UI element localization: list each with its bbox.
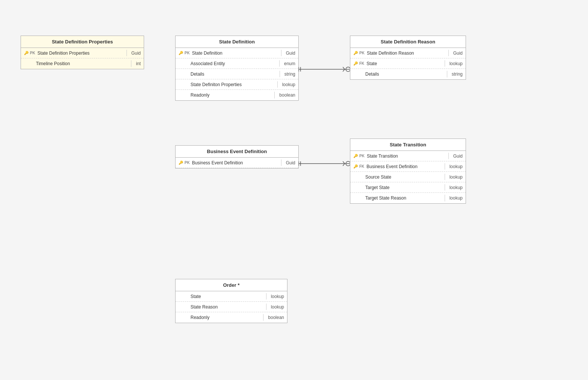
column-divider (263, 314, 263, 321)
key-label: PK (185, 51, 190, 55)
field-name: State Definition Properties (37, 51, 125, 56)
key-label: PK (30, 51, 35, 55)
entity-row: Statelookup (176, 291, 287, 302)
field-type: Guid (453, 51, 463, 56)
field-type: lookup (450, 164, 463, 169)
entity-row: Source Statelookup (350, 172, 466, 182)
entity-row: Associated Entityenum (176, 58, 298, 69)
field-name: Target State (365, 185, 443, 190)
column-divider (131, 60, 131, 67)
field-type: lookup (282, 82, 295, 87)
entity-row: Detailsstring (350, 69, 466, 79)
key-label: PK (185, 161, 190, 165)
column-divider (445, 195, 445, 201)
entity-table-stateDefinitionReason: State Definition Reason🔑PKState Definiti… (350, 36, 466, 80)
entity-row: Target Statelookup (350, 182, 466, 193)
entity-row: 🔑FKStatelookup (350, 58, 466, 69)
svg-line-12 (343, 161, 345, 164)
column-divider (445, 60, 445, 67)
column-divider (127, 50, 127, 56)
field-type: lookup (450, 185, 463, 190)
field-type: boolean (268, 315, 284, 320)
entity-row: Readonlyboolean (176, 312, 287, 323)
field-name: Readonly (191, 92, 273, 98)
key-label: FK (359, 164, 364, 168)
field-name: State Reason (191, 304, 265, 310)
key-label: FK (359, 61, 364, 66)
column-divider (279, 60, 280, 67)
entity-row: 🔑PKState Definition PropertiesGuid (21, 48, 144, 58)
pk-icon: 🔑 (179, 51, 183, 55)
field-name: Business Event Definition (192, 160, 280, 165)
svg-line-5 (343, 67, 345, 69)
field-name: State Definition (192, 51, 280, 56)
column-divider (266, 304, 266, 310)
field-name: Readonly (191, 315, 262, 320)
entity-row: 🔑PKState TransitionGuid (350, 151, 466, 161)
field-type: lookup (271, 294, 284, 299)
column-divider (445, 184, 445, 191)
column-divider (445, 174, 445, 180)
column-divider (277, 81, 278, 88)
field-name: Source State (365, 174, 443, 180)
entity-row: 🔑FKBusiness Event Definitionlookup (350, 161, 466, 172)
field-type: lookup (450, 61, 463, 66)
field-name: State Transition (367, 153, 447, 159)
field-type: boolean (279, 92, 295, 98)
entity-row: State Reasonlookup (176, 302, 287, 312)
field-name: Associated Entity (191, 61, 278, 66)
field-name: State (191, 294, 265, 299)
entity-header-stateTransition: State Transition (350, 139, 466, 151)
field-name: State (366, 61, 443, 66)
entity-table-businessEventDefinition: Business Event Definition🔑PKBusiness Eve… (175, 145, 299, 168)
entity-row: 🔑PKState DefinitionGuid (176, 48, 298, 58)
entity-header-businessEventDefinition: Business Event Definition (176, 146, 298, 158)
field-type: int (136, 61, 141, 66)
field-type: lookup (271, 304, 284, 310)
field-type: Guid (286, 160, 295, 165)
field-name: Timeline Position (36, 61, 130, 66)
field-name: Details (365, 72, 445, 77)
entity-row: Detailsstring (176, 69, 298, 79)
entity-header-order: Order * (176, 279, 287, 291)
column-divider (448, 50, 449, 56)
column-divider (280, 71, 280, 77)
key-label: PK (359, 154, 365, 158)
entity-table-order: Order *StatelookupState ReasonlookupRead… (175, 279, 287, 323)
entity-row: State Definiton Propertieslookup (176, 79, 298, 90)
entity-table-stateDefinitionProperties: State Definition Properties🔑PKState Defi… (21, 36, 144, 69)
entity-table-stateDefinition: State Definition🔑PKState DefinitionGuidA… (175, 36, 299, 101)
field-type: enum (284, 61, 295, 66)
field-type: lookup (450, 174, 463, 180)
field-type: string (284, 72, 295, 77)
entity-row: Timeline Positionint (21, 58, 144, 69)
pk-icon: 🔑 (353, 51, 358, 55)
svg-line-6 (343, 69, 345, 72)
pk-icon: 🔑 (179, 161, 183, 165)
column-divider (445, 163, 445, 170)
field-type: lookup (450, 195, 463, 201)
entity-row: 🔑PKBusiness Event DefinitionGuid (176, 158, 298, 168)
entity-row: Readonlyboolean (176, 90, 298, 100)
field-name: Details (191, 72, 278, 77)
field-name: State Definition Reason (367, 51, 447, 56)
entity-row: 🔑PKState Definition ReasonGuid (350, 48, 466, 58)
column-divider (274, 92, 275, 98)
entity-header-stateDefinition: State Definition (176, 36, 298, 48)
field-name: Business Event Definition (366, 164, 443, 169)
entity-row: Target State Reasonlookup (350, 193, 466, 203)
entity-header-stateDefinitionReason: State Definition Reason (350, 36, 466, 48)
pk-icon: 🔑 (353, 154, 358, 158)
field-type: Guid (131, 51, 141, 56)
column-divider (447, 71, 447, 77)
field-name: State Definiton Properties (191, 82, 276, 87)
field-type: Guid (453, 153, 463, 159)
column-divider (448, 153, 449, 159)
field-type: string (452, 72, 463, 77)
key-label: PK (359, 51, 365, 55)
field-type: Guid (286, 51, 295, 56)
column-divider (281, 50, 281, 56)
column-divider (266, 293, 266, 300)
column-divider (281, 159, 281, 166)
fk-icon: 🔑 (353, 61, 358, 66)
